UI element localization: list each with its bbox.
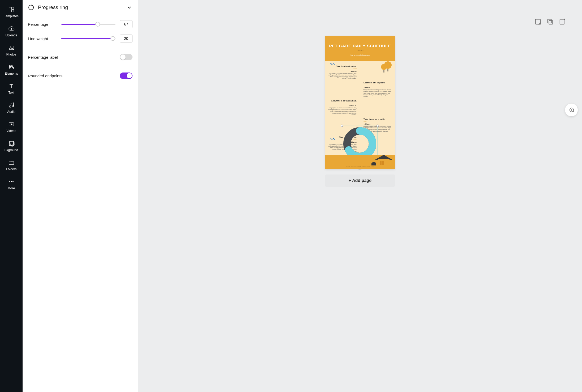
svg-point-9 <box>12 105 14 107</box>
canvas-page-toolbar <box>534 18 566 25</box>
more-icon <box>8 178 15 185</box>
schedule-entry: Allow them to take a nap.〰〰10:00 a.m.Inf… <box>325 99 395 117</box>
sidebar-item-label: Audio <box>7 110 15 114</box>
sidebar-item-label: Templates <box>4 14 19 18</box>
progress-ring-icon <box>28 4 34 11</box>
sidebar-item-text[interactable]: Text <box>0 80 23 99</box>
sidebar-item-label: Elements <box>5 72 18 75</box>
sidebar-item-folders[interactable]: Folders <box>0 156 23 175</box>
sidebar-item-uploads[interactable]: Uploads <box>0 22 23 41</box>
svg-rect-19 <box>560 19 564 24</box>
properties-panel: Progress ring Percentage Line weight Per… <box>23 0 138 392</box>
videos-icon <box>8 121 15 127</box>
sidebar-item-label: Photos <box>6 53 16 56</box>
house-icon <box>376 155 391 165</box>
percentage-label-toggle[interactable] <box>120 54 132 60</box>
sidebar-item-more[interactable]: More <box>0 175 23 194</box>
svg-rect-2 <box>12 10 14 12</box>
photos-icon <box>8 45 15 51</box>
prop-label: Rounded endpoints <box>28 74 115 78</box>
svg-point-13 <box>11 181 12 182</box>
doc-header: PET CARE DAILY SCHEDULE 〰〰〰 How to be a … <box>325 36 395 61</box>
tree-icon <box>384 61 392 69</box>
sidebar-item-bkground[interactable]: Bkground <box>0 137 23 156</box>
doc-footer: MORE INFO: WWW.REALLYGREATSITE.COM <box>325 155 395 169</box>
svg-rect-1 <box>12 7 14 9</box>
templates-icon <box>8 6 15 13</box>
entry-text: Infographics are visual representations … <box>363 89 392 98</box>
elements-icon <box>8 64 15 70</box>
sidebar-item-label: Bkground <box>5 148 18 152</box>
svg-point-5 <box>9 65 11 67</box>
squiggle-icon: 〰〰 <box>328 103 357 104</box>
props-body: Percentage Line weight Percentage label … <box>23 15 138 86</box>
audio-icon <box>8 102 15 108</box>
sidebar-item-videos[interactable]: Videos <box>0 118 23 137</box>
rounded-endpoints-toggle[interactable] <box>120 73 132 79</box>
svg-rect-18 <box>549 20 553 24</box>
sidebar-item-label: More <box>8 186 15 190</box>
add-page-button[interactable]: + Add page <box>325 174 395 187</box>
props-header-title: Progress ring <box>38 5 68 10</box>
sidebar: Templates Uploads Photos Elements Text A… <box>0 0 23 392</box>
squiggle-icon: 〰〰〰 <box>329 50 391 52</box>
doc-footer-text: MORE INFO: WWW.REALLYGREATSITE.COM <box>325 166 395 168</box>
prop-label: Percentage <box>28 22 57 27</box>
resize-handle-tr[interactable] <box>376 125 379 127</box>
bkground-icon <box>8 140 15 147</box>
sidebar-item-audio[interactable]: Audio <box>0 99 23 118</box>
comment-button[interactable] <box>565 104 578 116</box>
line-weight-input[interactable] <box>120 35 132 42</box>
dog-icon <box>371 162 376 165</box>
squiggle-icon: 〰〰 <box>363 121 392 122</box>
props-header[interactable]: Progress ring <box>23 0 138 15</box>
line-weight-slider[interactable] <box>61 36 115 41</box>
entry-time: 7:00 a.m. <box>328 70 357 72</box>
resize-handle-tl[interactable] <box>341 125 343 127</box>
sidebar-item-templates[interactable]: Templates <box>0 3 23 22</box>
entry-text: Infographics are visual representations … <box>328 73 357 79</box>
prop-row-percentage: Percentage <box>28 18 132 31</box>
paws-icon: 🐾🐾 <box>330 63 335 65</box>
prop-label: Percentage label <box>28 55 115 59</box>
prop-row-rounded-endpoints: Rounded endpoints <box>28 69 132 82</box>
paws-icon: 🐾🐾 <box>330 138 335 140</box>
duplicate-icon[interactable] <box>546 18 554 25</box>
doc-title: PET CARE DAILY SCHEDULE <box>329 44 391 49</box>
percentage-input[interactable] <box>120 20 132 28</box>
folders-icon <box>8 159 15 166</box>
entry-text: Infographics are visual representations … <box>328 107 357 116</box>
svg-rect-7 <box>12 67 14 69</box>
prop-row-percentage-label: Percentage label <box>28 50 132 64</box>
sidebar-item-label: Uploads <box>5 33 17 37</box>
entry-title: Take them for a walk. <box>363 118 392 120</box>
sidebar-item-elements[interactable]: Elements <box>0 61 23 80</box>
prop-label: Line weight <box>28 36 57 41</box>
text-icon <box>8 83 15 89</box>
entry-title: Allow them to take a nap. <box>328 100 357 102</box>
percentage-slider[interactable] <box>61 22 115 27</box>
svg-point-14 <box>12 181 14 182</box>
svg-point-12 <box>9 181 10 182</box>
sidebar-item-label: Text <box>8 91 14 95</box>
comment-icon <box>568 107 574 113</box>
notes-icon[interactable] <box>534 18 542 25</box>
doc-body: 🐾🐾 Give food and water.〰〰7:00 a.m.Infogr… <box>325 61 395 153</box>
sidebar-item-photos[interactable]: Photos <box>0 41 23 61</box>
sidebar-item-label: Folders <box>6 167 16 171</box>
entry-time: 7:30 a.m. <box>363 87 392 88</box>
entry-time: 10:00 a.m. <box>328 105 357 106</box>
svg-rect-6 <box>9 67 11 69</box>
add-page-icon[interactable] <box>559 18 566 25</box>
document-page[interactable]: PET CARE DAILY SCHEDULE 〰〰〰 How to be a … <box>325 36 395 169</box>
canvas-area[interactable]: PET CARE DAILY SCHEDULE 〰〰〰 How to be a … <box>138 0 582 392</box>
uploads-icon <box>8 25 15 32</box>
prop-row-line-weight: Line weight <box>28 32 132 45</box>
svg-rect-0 <box>9 7 11 12</box>
squiggle-icon: 〰〰 <box>328 68 357 70</box>
squiggle-icon: 〰〰 <box>363 84 392 86</box>
svg-point-8 <box>9 106 11 107</box>
entry-title: Give food and water. <box>328 65 357 67</box>
schedule-entry: Let them out to potty.〰〰7:30 a.m.Infogra… <box>325 80 395 99</box>
svg-rect-17 <box>548 19 551 23</box>
